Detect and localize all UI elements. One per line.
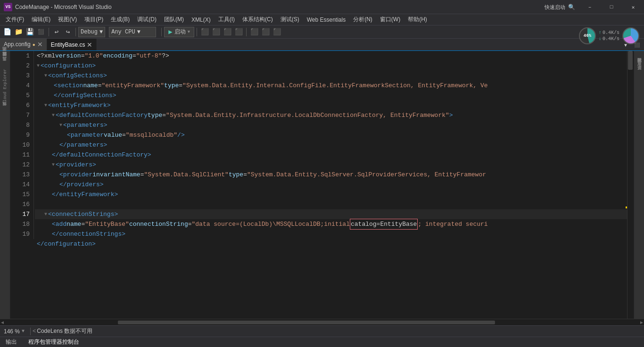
tab-modified-dot: ● <box>33 42 35 47</box>
attr-cs18: connectionString <box>129 219 188 229</box>
cpu-arrow: ▼ <box>137 29 140 35</box>
menu-web-essentials[interactable]: Web Essentials <box>303 14 349 25</box>
cpu-gauge[interactable]: 46% <box>579 27 596 44</box>
menu-file[interactable]: 文件(F) <box>2 14 28 25</box>
toolbar-redo[interactable]: ↪ <box>63 27 73 37</box>
tag-dcf: defaultConnectionFactory <box>59 110 148 120</box>
collapse-17[interactable]: ▼ <box>44 209 47 219</box>
menu-team[interactable]: 团队(M) <box>160 14 188 25</box>
horizontal-scrollbar[interactable]: ◀ ▶ <box>0 319 644 325</box>
menu-tools[interactable]: 工具(I) <box>215 14 239 25</box>
close-button[interactable]: ✕ <box>622 0 644 14</box>
code-line-10: </parameters> <box>35 140 634 150</box>
toolbar-btn-extra2[interactable]: ⬛ <box>211 27 221 37</box>
right-activity-i18n[interactable]: 国际化扩展 <box>635 53 643 57</box>
collapse-12[interactable]: ▼ <box>52 160 55 170</box>
tag-add: add <box>56 219 66 229</box>
tag-param-close: /> <box>177 130 185 140</box>
tab-entitybase-label: EntityBase.cs <box>51 41 85 48</box>
activity-browser[interactable]: 浏览器 <box>1 53 9 57</box>
menu-help[interactable]: 帮助(H) <box>404 14 431 25</box>
toolbar-btn-extra6[interactable]: ⬛ <box>260 27 271 37</box>
menu-project[interactable]: 项目(P) <box>81 14 107 25</box>
toolbar-btn-extra5[interactable]: ⬛ <box>249 27 259 37</box>
toolbar-new[interactable]: 📄 <box>2 27 12 37</box>
close-icon-tab2[interactable]: ✕ <box>87 41 92 49</box>
line-num-8: 8 <box>14 120 30 130</box>
search-icon[interactable]: 🔍 <box>568 4 575 11</box>
code-content[interactable]: <?xml version = "1.0" encoding = "utf-8"… <box>35 51 634 319</box>
tag-param-lt: < <box>67 130 71 140</box>
menu-window[interactable]: 窗口(W) <box>376 14 404 25</box>
sep1 <box>49 28 49 36</box>
tab-entitybase-cs[interactable]: EntityBase.cs ✕ <box>47 39 97 50</box>
menu-arch[interactable]: 体系结构(C) <box>239 14 277 25</box>
cpu-percent: 46% <box>584 33 591 38</box>
close-icon-tab1[interactable]: ✕ <box>37 41 43 48</box>
code-line-18: < add name = "EntityBase" connectionStri… <box>35 219 634 229</box>
line-num-16: 16 <box>14 199 30 209</box>
code-line-11: </defaultConnectionFactory> <box>35 150 634 160</box>
eq13b: = <box>243 170 247 180</box>
hscroll-left-arrow[interactable]: ◀ <box>0 319 5 326</box>
menu-test[interactable]: 测试(S) <box>277 14 303 25</box>
resource-pie-chart[interactable] <box>622 27 639 44</box>
toolbar-btn-extra3[interactable]: ⬛ <box>222 27 232 37</box>
menu-xml[interactable]: XML(X) <box>188 14 215 25</box>
restore-button[interactable]: □ <box>601 0 622 14</box>
line-num-15: 15 <box>14 190 30 199</box>
collapse-6[interactable]: ▼ <box>44 100 47 110</box>
network-stats: ↑ 0.4K/s ↓ 0.4K/s <box>599 30 619 41</box>
run-button[interactable]: ▶ 启动 ▼ <box>164 27 194 37</box>
collapse-7[interactable]: ▼ <box>52 110 55 120</box>
menu-edit[interactable]: 编辑(E) <box>28 14 54 25</box>
collapse-8[interactable]: ▼ <box>59 120 62 130</box>
title-bar: VS CodeManage - Microsoft Visual Studio … <box>0 0 644 14</box>
xml-pi-close: ?> <box>162 51 169 61</box>
val-val9: "mssqllocaldb" <box>126 130 177 140</box>
activity-cloud-explorer[interactable]: Cloud Explorer <box>2 67 8 107</box>
activity-properties[interactable]: 属性 <box>1 107 9 111</box>
val-name4: "entityFramework" <box>101 81 164 91</box>
line-num-2: 2 <box>14 61 30 71</box>
toolbar-btn-extra7[interactable]: ⬛ <box>272 27 282 37</box>
scrollbar-thumb[interactable] <box>628 51 633 70</box>
output-tab[interactable]: 输出 <box>0 337 23 347</box>
tab-app-config[interactable]: App.config ● ✕ <box>0 39 47 50</box>
upload-icon: ↑ <box>599 30 602 35</box>
toolbar-open[interactable]: 📁 <box>13 27 24 37</box>
eq4b: = <box>179 81 182 91</box>
eq13a: = <box>140 170 144 180</box>
hscroll-right-arrow[interactable]: ▶ <box>639 319 644 326</box>
right-activity-scope[interactable]: 准星 <box>635 57 643 60</box>
sep2 <box>75 28 76 36</box>
collapse-2[interactable]: ▼ <box>37 61 40 71</box>
package-manager-tab[interactable]: 程序包管理器控制台 <box>23 337 85 347</box>
line-num-17: 17 <box>14 209 30 219</box>
zoom-dropdown-arrow[interactable]: ▼ <box>22 329 25 334</box>
toolbar-btn-extra4[interactable]: ⬛ <box>233 27 244 37</box>
collapse-3[interactable]: ▼ <box>44 71 47 81</box>
menu-debug[interactable]: 调试(D) <box>133 14 160 25</box>
hscroll-thumb[interactable] <box>118 321 495 324</box>
tag-section-lt: < <box>54 81 58 91</box>
debug-config-dropdown[interactable]: Debug ▼ <box>78 27 105 37</box>
cpu-config-dropdown[interactable]: Any CPU ▼ <box>109 27 156 37</box>
minimize-button[interactable]: – <box>579 0 601 14</box>
activity-team-explorer[interactable]: 团队资源管理器 <box>1 58 9 61</box>
menu-view[interactable]: 视图(V) <box>54 14 81 25</box>
menu-analyze[interactable]: 分析(N) <box>349 14 376 25</box>
vertical-scrollbar[interactable] <box>627 51 634 319</box>
toolbar-undo[interactable]: ↩ <box>51 27 62 37</box>
sep3 <box>161 28 162 36</box>
sep5 <box>246 28 247 36</box>
menu-build[interactable]: 生成(B) <box>107 14 133 25</box>
right-activity-resources[interactable]: 资源 <box>635 60 643 64</box>
attr-val9: value <box>104 130 122 140</box>
toolbar-save[interactable]: 💾 <box>25 27 35 37</box>
activity-toolbox[interactable]: 工具箱 <box>1 62 9 66</box>
line16-content <box>44 199 48 209</box>
zoom-area: 146 % ▼ <box>0 328 28 335</box>
toolbar-save-all[interactable]: ⬛ <box>36 27 46 37</box>
toolbar-btn-extra1[interactable]: ⬛ <box>199 27 210 37</box>
